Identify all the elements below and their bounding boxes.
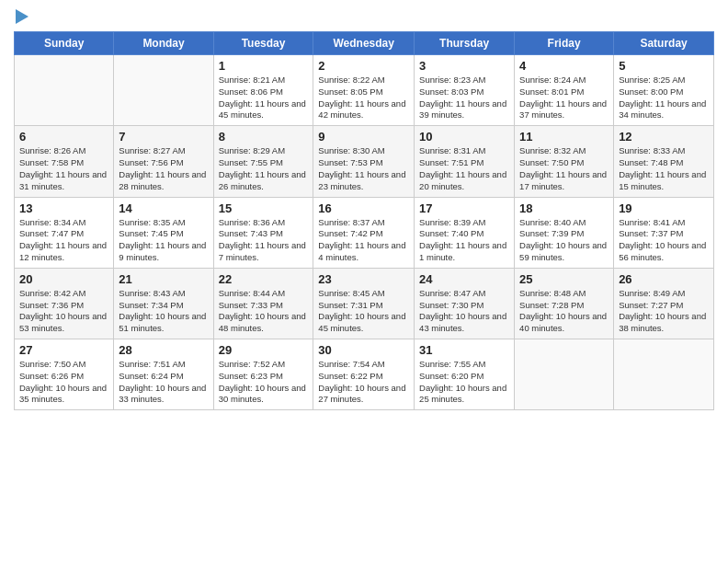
day-number: 6	[19, 130, 108, 144]
day-number: 26	[619, 272, 709, 286]
day-number: 17	[419, 201, 509, 215]
calendar-week-row: 1Sunrise: 8:21 AM Sunset: 8:06 PM Daylig…	[15, 55, 714, 126]
day-number: 1	[219, 59, 309, 73]
day-number: 9	[318, 130, 409, 144]
calendar-cell: 5Sunrise: 8:25 AM Sunset: 8:00 PM Daylig…	[614, 55, 714, 126]
calendar-cell: 14Sunrise: 8:35 AM Sunset: 7:45 PM Dayli…	[114, 197, 213, 268]
calendar-cell: 9Sunrise: 8:30 AM Sunset: 7:53 PM Daylig…	[313, 126, 415, 197]
logo-line1	[14, 9, 28, 24]
day-info: Sunrise: 8:37 AM Sunset: 7:42 PM Dayligh…	[318, 217, 409, 264]
calendar-cell: 31Sunrise: 7:55 AM Sunset: 6:20 PM Dayli…	[415, 339, 515, 410]
calendar-cell: 27Sunrise: 7:50 AM Sunset: 6:26 PM Dayli…	[15, 339, 114, 410]
calendar-cell: 12Sunrise: 8:33 AM Sunset: 7:48 PM Dayli…	[614, 126, 714, 197]
calendar-cell	[515, 339, 614, 410]
calendar-cell: 4Sunrise: 8:24 AM Sunset: 8:01 PM Daylig…	[515, 55, 614, 126]
calendar-cell: 30Sunrise: 7:54 AM Sunset: 6:22 PM Dayli…	[313, 339, 415, 410]
calendar-cell: 20Sunrise: 8:42 AM Sunset: 7:36 PM Dayli…	[15, 268, 114, 339]
calendar-table: SundayMondayTuesdayWednesdayThursdayFrid…	[14, 31, 714, 410]
day-info: Sunrise: 8:26 AM Sunset: 7:58 PM Dayligh…	[19, 145, 108, 192]
day-info: Sunrise: 8:44 AM Sunset: 7:33 PM Dayligh…	[219, 288, 309, 335]
day-info: Sunrise: 8:45 AM Sunset: 7:31 PM Dayligh…	[318, 288, 409, 335]
weekday-header: Tuesday	[213, 32, 313, 55]
day-info: Sunrise: 8:22 AM Sunset: 8:05 PM Dayligh…	[318, 75, 409, 121]
calendar-cell: 18Sunrise: 8:40 AM Sunset: 7:39 PM Dayli…	[515, 197, 614, 268]
day-info: Sunrise: 8:40 AM Sunset: 7:39 PM Dayligh…	[519, 217, 609, 264]
day-number: 29	[219, 343, 309, 357]
calendar-week-row: 20Sunrise: 8:42 AM Sunset: 7:36 PM Dayli…	[15, 268, 714, 339]
day-info: Sunrise: 8:33 AM Sunset: 7:48 PM Dayligh…	[619, 145, 709, 192]
logo	[14, 9, 28, 24]
calendar-cell: 6Sunrise: 8:26 AM Sunset: 7:58 PM Daylig…	[15, 126, 114, 197]
day-number: 25	[519, 272, 609, 286]
day-info: Sunrise: 7:55 AM Sunset: 6:20 PM Dayligh…	[419, 359, 509, 406]
day-number: 22	[219, 272, 309, 286]
calendar-week-row: 6Sunrise: 8:26 AM Sunset: 7:58 PM Daylig…	[15, 126, 714, 197]
day-info: Sunrise: 7:52 AM Sunset: 6:23 PM Dayligh…	[219, 359, 309, 406]
calendar-cell: 23Sunrise: 8:45 AM Sunset: 7:31 PM Dayli…	[313, 268, 415, 339]
day-info: Sunrise: 8:29 AM Sunset: 7:55 PM Dayligh…	[219, 145, 309, 192]
day-info: Sunrise: 8:27 AM Sunset: 7:56 PM Dayligh…	[119, 145, 208, 192]
header	[14, 9, 714, 24]
calendar-cell: 2Sunrise: 8:22 AM Sunset: 8:05 PM Daylig…	[313, 55, 415, 126]
day-number: 30	[318, 343, 409, 357]
calendar-cell: 17Sunrise: 8:39 AM Sunset: 7:40 PM Dayli…	[415, 197, 515, 268]
day-info: Sunrise: 8:49 AM Sunset: 7:27 PM Dayligh…	[619, 288, 709, 335]
calendar-cell: 8Sunrise: 8:29 AM Sunset: 7:55 PM Daylig…	[213, 126, 313, 197]
calendar-cell: 26Sunrise: 8:49 AM Sunset: 7:27 PM Dayli…	[614, 268, 714, 339]
day-number: 18	[519, 201, 609, 215]
day-info: Sunrise: 8:42 AM Sunset: 7:36 PM Dayligh…	[19, 288, 108, 335]
calendar-cell: 22Sunrise: 8:44 AM Sunset: 7:33 PM Dayli…	[213, 268, 313, 339]
calendar-cell: 24Sunrise: 8:47 AM Sunset: 7:30 PM Dayli…	[415, 268, 515, 339]
day-info: Sunrise: 8:47 AM Sunset: 7:30 PM Dayligh…	[419, 288, 509, 335]
calendar-cell: 21Sunrise: 8:43 AM Sunset: 7:34 PM Dayli…	[114, 268, 213, 339]
calendar-week-row: 27Sunrise: 7:50 AM Sunset: 6:26 PM Dayli…	[15, 339, 714, 410]
day-info: Sunrise: 8:32 AM Sunset: 7:50 PM Dayligh…	[519, 145, 609, 192]
day-number: 20	[19, 272, 108, 286]
calendar-cell	[15, 55, 114, 126]
day-info: Sunrise: 8:35 AM Sunset: 7:45 PM Dayligh…	[119, 217, 208, 264]
day-number: 5	[619, 59, 709, 73]
day-number: 10	[419, 130, 509, 144]
day-info: Sunrise: 8:23 AM Sunset: 8:03 PM Dayligh…	[419, 75, 509, 121]
day-number: 8	[219, 130, 309, 144]
day-number: 7	[119, 130, 208, 144]
day-number: 13	[19, 201, 108, 215]
day-info: Sunrise: 7:50 AM Sunset: 6:26 PM Dayligh…	[19, 359, 108, 406]
calendar-cell: 25Sunrise: 8:48 AM Sunset: 7:28 PM Dayli…	[515, 268, 614, 339]
calendar-cell: 16Sunrise: 8:37 AM Sunset: 7:42 PM Dayli…	[313, 197, 415, 268]
calendar-cell: 13Sunrise: 8:34 AM Sunset: 7:47 PM Dayli…	[15, 197, 114, 268]
calendar-week-row: 13Sunrise: 8:34 AM Sunset: 7:47 PM Dayli…	[15, 197, 714, 268]
calendar-cell: 19Sunrise: 8:41 AM Sunset: 7:37 PM Dayli…	[614, 197, 714, 268]
weekday-header: Monday	[114, 32, 213, 55]
day-info: Sunrise: 7:51 AM Sunset: 6:24 PM Dayligh…	[119, 359, 208, 406]
day-number: 31	[419, 343, 509, 357]
day-info: Sunrise: 8:30 AM Sunset: 7:53 PM Dayligh…	[318, 145, 409, 192]
day-info: Sunrise: 8:34 AM Sunset: 7:47 PM Dayligh…	[19, 217, 108, 264]
weekday-header: Saturday	[614, 32, 714, 55]
calendar-cell: 1Sunrise: 8:21 AM Sunset: 8:06 PM Daylig…	[213, 55, 313, 126]
day-number: 11	[519, 130, 609, 144]
calendar-cell: 28Sunrise: 7:51 AM Sunset: 6:24 PM Dayli…	[114, 339, 213, 410]
day-info: Sunrise: 8:21 AM Sunset: 8:06 PM Dayligh…	[219, 75, 309, 121]
page: SundayMondayTuesdayWednesdayThursdayFrid…	[0, 0, 728, 563]
day-info: Sunrise: 8:41 AM Sunset: 7:37 PM Dayligh…	[619, 217, 709, 264]
day-info: Sunrise: 8:48 AM Sunset: 7:28 PM Dayligh…	[519, 288, 609, 335]
day-info: Sunrise: 8:25 AM Sunset: 8:00 PM Dayligh…	[619, 75, 709, 121]
day-number: 4	[519, 59, 609, 73]
weekday-header: Friday	[515, 32, 614, 55]
day-number: 21	[119, 272, 208, 286]
day-info: Sunrise: 8:39 AM Sunset: 7:40 PM Dayligh…	[419, 217, 509, 264]
day-info: Sunrise: 8:43 AM Sunset: 7:34 PM Dayligh…	[119, 288, 208, 335]
day-number: 27	[19, 343, 108, 357]
weekday-header: Wednesday	[313, 32, 415, 55]
calendar-cell: 7Sunrise: 8:27 AM Sunset: 7:56 PM Daylig…	[114, 126, 213, 197]
logo-arrow-icon	[16, 9, 28, 24]
day-number: 19	[619, 201, 709, 215]
day-number: 28	[119, 343, 208, 357]
day-number: 24	[419, 272, 509, 286]
weekday-header: Sunday	[15, 32, 114, 55]
calendar-cell: 11Sunrise: 8:32 AM Sunset: 7:50 PM Dayli…	[515, 126, 614, 197]
day-info: Sunrise: 8:36 AM Sunset: 7:43 PM Dayligh…	[219, 217, 309, 264]
day-number: 15	[219, 201, 309, 215]
calendar-cell: 15Sunrise: 8:36 AM Sunset: 7:43 PM Dayli…	[213, 197, 313, 268]
